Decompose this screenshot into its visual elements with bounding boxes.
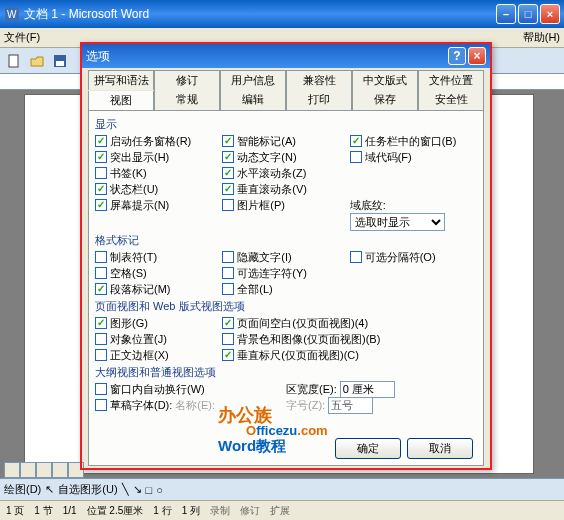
ok-button[interactable]: 确定 — [335, 438, 401, 459]
chk-display-c3-1[interactable]: 域代码(F) — [350, 149, 477, 165]
style-width-input[interactable] — [340, 381, 395, 398]
chk-marks-c1-0[interactable]: 制表符(T) — [95, 249, 222, 265]
svg-rect-2 — [9, 55, 18, 67]
chk-display-c1-2[interactable]: 书签(K) — [95, 165, 222, 181]
oval-icon[interactable]: ○ — [156, 484, 163, 496]
chk-pw-c2-1[interactable]: 背景色和图像(仅页面视图)(B) — [222, 331, 477, 347]
group-outline-label: 大纲视图和普通视图选项 — [95, 365, 477, 380]
view-web-icon[interactable] — [20, 462, 36, 478]
rect-icon[interactable]: □ — [146, 484, 153, 496]
field-shading-select[interactable]: 选取时显示 — [350, 213, 445, 231]
new-doc-icon[interactable] — [4, 51, 24, 71]
dialog-help-button[interactable]: ? — [448, 47, 466, 65]
draw-menu[interactable]: 绘图(D) — [4, 482, 41, 497]
tab-spelling[interactable]: 拼写和语法 — [88, 70, 154, 90]
app-titlebar: W 文档 1 - Microsoft Word – □ × — [0, 0, 564, 28]
word-icon: W — [4, 6, 20, 22]
chk-pw-c1-1[interactable]: 对象位置(J) — [95, 331, 222, 347]
open-icon[interactable] — [27, 51, 47, 71]
status-pages: 1/1 — [63, 505, 77, 516]
field-shading-label: 域底纹: — [350, 197, 477, 213]
chk-pw-c1-0[interactable]: 图形(G) — [95, 315, 222, 331]
status-position: 位置 2.5厘米 — [87, 504, 144, 518]
status-section: 1 节 — [34, 504, 52, 518]
window-title: 文档 1 - Microsoft Word — [24, 6, 496, 23]
tab-view[interactable]: 视图 — [88, 91, 154, 111]
chk-display-c2-3[interactable]: 垂直滚动条(V) — [222, 181, 349, 197]
pointer-icon[interactable]: ↖ — [45, 483, 54, 496]
view-mode-buttons — [4, 462, 84, 478]
font-size: 字号(Z): — [286, 397, 477, 413]
chk-draft[interactable]: 草稿字体(D): 名称(E): — [95, 397, 286, 413]
view-outline-icon[interactable] — [52, 462, 68, 478]
options-dialog: 选项 ? × 拼写和语法 修订 用户信息 兼容性 中文版式 文件位置 视图 常规… — [80, 42, 492, 470]
style-width: 区宽度(E): — [286, 381, 477, 397]
chk-display-c2-4[interactable]: 图片框(P) — [222, 197, 349, 213]
chk-display-c1-3[interactable]: 状态栏(U) — [95, 181, 222, 197]
chk-display-c3-0[interactable]: 任务栏中的窗口(B) — [350, 133, 477, 149]
svg-text:W: W — [7, 9, 17, 20]
chk-pw-c2-0[interactable]: 页面间空白(仅页面视图)(4) — [222, 315, 477, 331]
view-normal-icon[interactable] — [4, 462, 20, 478]
group-marks-label: 格式标记 — [95, 233, 477, 248]
tab-compat[interactable]: 兼容性 — [286, 70, 352, 90]
chk-display-c1-0[interactable]: 启动任务窗格(R) — [95, 133, 222, 149]
autoshape-menu[interactable]: 自选图形(U) — [58, 482, 117, 497]
chk-pw-c2-2[interactable]: 垂直标尺(仅页面视图)(C) — [222, 347, 477, 363]
status-col: 1 列 — [182, 504, 200, 518]
line-icon[interactable]: ╲ — [122, 483, 129, 496]
group-display-label: 显示 — [95, 117, 477, 132]
cancel-button[interactable]: 取消 — [407, 438, 473, 459]
chk-marks-c3-0[interactable]: 可选分隔符(O) — [350, 249, 477, 265]
statusbar: 1 页 1 节 1/1 位置 2.5厘米 1 行 1 列 录制 修订 扩展 — [0, 500, 564, 520]
minimize-button[interactable]: – — [496, 4, 516, 24]
tab-print[interactable]: 打印 — [286, 90, 352, 110]
drawing-toolbar: 绘图(D) ↖ 自选图形(U) ╲ ↘ □ ○ — [0, 478, 564, 500]
chk-marks-c2-2[interactable]: 全部(L) — [222, 281, 349, 297]
chk-marks-c2-0[interactable]: 隐藏文字(I) — [222, 249, 349, 265]
view-reading-icon[interactable] — [68, 462, 84, 478]
chk-display-c2-1[interactable]: 动态文字(N) — [222, 149, 349, 165]
maximize-button[interactable]: □ — [518, 4, 538, 24]
tab-cjk[interactable]: 中文版式 — [352, 70, 418, 90]
view-print-icon[interactable] — [36, 462, 52, 478]
status-rec: 录制 — [210, 504, 230, 518]
svg-rect-4 — [56, 61, 64, 66]
tab-general[interactable]: 常规 — [154, 90, 220, 110]
group-pageweb-label: 页面视图和 Web 版式视图选项 — [95, 299, 477, 314]
status-rev: 修订 — [240, 504, 260, 518]
dialog-title: 选项 — [86, 48, 446, 65]
tab-filelocation[interactable]: 文件位置 — [418, 70, 484, 90]
close-button[interactable]: × — [540, 4, 560, 24]
status-line: 1 行 — [153, 504, 171, 518]
chk-wrap[interactable]: 窗口内自动换行(W) — [95, 381, 286, 397]
chk-marks-c1-1[interactable]: 空格(S) — [95, 265, 222, 281]
arrow-icon[interactable]: ↘ — [133, 483, 142, 496]
tab-row-2: 视图 常规 编辑 打印 保存 安全性 — [88, 90, 484, 110]
tab-security[interactable]: 安全性 — [418, 90, 484, 110]
chk-pw-c1-2[interactable]: 正文边框(X) — [95, 347, 222, 363]
chk-display-c2-2[interactable]: 水平滚动条(Z) — [222, 165, 349, 181]
menu-file[interactable]: 文件(F) — [4, 30, 40, 45]
font-size-input — [328, 397, 373, 414]
tab-save[interactable]: 保存 — [352, 90, 418, 110]
status-ext: 扩展 — [270, 504, 290, 518]
status-page: 1 页 — [6, 504, 24, 518]
chk-display-c1-4[interactable]: 屏幕提示(N) — [95, 197, 222, 213]
chk-marks-c1-2[interactable]: 段落标记(M) — [95, 281, 222, 297]
chk-display-c2-0[interactable]: 智能标记(A) — [222, 133, 349, 149]
chk-marks-c2-1[interactable]: 可选连字符(Y) — [222, 265, 349, 281]
chk-display-c1-1[interactable]: 突出显示(H) — [95, 149, 222, 165]
tab-edit[interactable]: 编辑 — [220, 90, 286, 110]
tab-row-1: 拼写和语法 修订 用户信息 兼容性 中文版式 文件位置 — [88, 70, 484, 90]
tab-panel-view: 显示 启动任务窗格(R)突出显示(H)书签(K)状态栏(U)屏幕提示(N) 智能… — [88, 110, 484, 466]
menu-help[interactable]: 帮助(H) — [523, 30, 560, 45]
save-icon[interactable] — [50, 51, 70, 71]
dialog-titlebar: 选项 ? × — [82, 44, 490, 68]
tab-userinfo[interactable]: 用户信息 — [220, 70, 286, 90]
dialog-close-button[interactable]: × — [468, 47, 486, 65]
tab-revision[interactable]: 修订 — [154, 70, 220, 90]
